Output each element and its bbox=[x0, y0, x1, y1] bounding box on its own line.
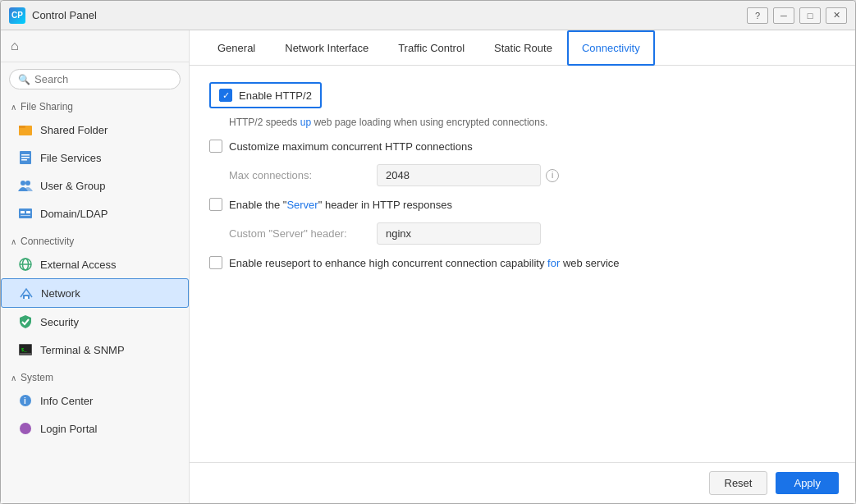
footer: Reset Apply bbox=[190, 462, 855, 503]
svg-rect-16 bbox=[25, 296, 28, 299]
shared-folder-label: Shared Folder bbox=[40, 124, 108, 136]
max-connections-setting-row: Customize maximum concurrent HTTP connec… bbox=[209, 140, 835, 153]
network-icon bbox=[18, 285, 34, 301]
chevron-icon: ∧ bbox=[11, 103, 16, 112]
file-services-label: File Services bbox=[40, 152, 101, 164]
server-header-label: Enable the "Server" header in HTTP respo… bbox=[229, 199, 452, 211]
sidebar-item-network[interactable]: Network bbox=[1, 278, 189, 308]
section-title-system: System bbox=[21, 372, 53, 383]
user-group-label: User & Group bbox=[40, 180, 105, 192]
minimize-button[interactable]: ─ bbox=[773, 7, 794, 24]
tab-traffic-control[interactable]: Traffic Control bbox=[383, 30, 479, 66]
search-icon: 🔍 bbox=[18, 74, 30, 85]
user-group-icon bbox=[17, 177, 34, 194]
tab-static-route[interactable]: Static Route bbox=[479, 30, 567, 66]
svg-rect-3 bbox=[21, 154, 30, 156]
section-label-connectivity[interactable]: ∧ Connectivity bbox=[1, 231, 189, 250]
reuseport-checkbox[interactable] bbox=[209, 256, 222, 269]
svg-text:$_: $_ bbox=[21, 347, 27, 352]
http2-checkbox[interactable] bbox=[219, 89, 232, 102]
max-connections-input[interactable] bbox=[377, 164, 541, 186]
svg-rect-9 bbox=[21, 211, 25, 213]
content-area: General Network Interface Traffic Contro… bbox=[190, 30, 855, 503]
shared-folder-icon bbox=[17, 121, 34, 138]
server-header-form-row: Custom "Server" header: bbox=[229, 222, 835, 245]
sidebar-item-security[interactable]: Security bbox=[1, 308, 189, 336]
help-button[interactable]: ? bbox=[747, 7, 768, 24]
http2-label: Enable HTTP/2 bbox=[239, 89, 312, 102]
settings-content: Enable HTTP/2 HTTP/2 speeds up web page … bbox=[190, 66, 855, 462]
svg-rect-5 bbox=[21, 159, 27, 161]
login-portal-icon bbox=[17, 420, 34, 437]
section-title-file-sharing: File Sharing bbox=[21, 101, 73, 112]
max-connections-checkbox[interactable] bbox=[209, 140, 222, 153]
http2-desc-highlight: up bbox=[300, 117, 311, 128]
external-access-icon bbox=[17, 256, 34, 273]
server-header-checkbox[interactable] bbox=[209, 198, 222, 211]
window-title: Control Panel bbox=[32, 9, 747, 21]
info-center-label: Info Center bbox=[40, 395, 93, 407]
http2-description: HTTP/2 speeds up web page loading when u… bbox=[229, 117, 835, 128]
section-label-system[interactable]: ∧ System bbox=[1, 367, 189, 387]
sidebar-item-user-group[interactable]: User & Group bbox=[1, 172, 189, 199]
maximize-button[interactable]: □ bbox=[799, 7, 821, 24]
svg-point-6 bbox=[21, 181, 25, 186]
tab-network-interface[interactable]: Network Interface bbox=[270, 30, 383, 66]
tab-general[interactable]: General bbox=[203, 30, 270, 66]
search-input[interactable] bbox=[34, 73, 172, 85]
file-services-icon bbox=[17, 149, 34, 166]
tab-connectivity[interactable]: Connectivity bbox=[567, 30, 655, 66]
main-layout: ⌂ 🔍 ∧ File Sharing Shared Folder bbox=[1, 30, 855, 503]
svg-rect-4 bbox=[21, 157, 30, 158]
app-icon: CP bbox=[9, 7, 25, 24]
http2-checkbox-row[interactable]: Enable HTTP/2 bbox=[209, 82, 322, 108]
home-button[interactable]: ⌂ bbox=[1, 30, 189, 62]
http2-setting-row: Enable HTTP/2 bbox=[209, 82, 835, 108]
sidebar: ⌂ 🔍 ∧ File Sharing Shared Folder bbox=[1, 30, 190, 503]
window-controls: ? ─ □ ✕ bbox=[747, 7, 847, 24]
svg-rect-1 bbox=[19, 126, 25, 128]
sidebar-item-info-center[interactable]: i Info Center bbox=[1, 387, 189, 415]
reuseport-label: Enable reuseport to enhance high concurr… bbox=[229, 257, 620, 269]
server-header-field-label: Custom "Server" header: bbox=[229, 227, 377, 240]
server-header-setting-row: Enable the "Server" header in HTTP respo… bbox=[209, 198, 835, 211]
sidebar-item-file-services[interactable]: File Services bbox=[1, 144, 189, 172]
section-label-file-sharing[interactable]: ∧ File Sharing bbox=[1, 96, 189, 116]
tab-bar: General Network Interface Traffic Contro… bbox=[190, 30, 855, 66]
domain-ldap-icon bbox=[17, 205, 34, 222]
sidebar-item-external-access[interactable]: External Access bbox=[1, 250, 189, 278]
search-box[interactable]: 🔍 bbox=[9, 69, 181, 89]
domain-ldap-label: Domain/LDAP bbox=[40, 208, 108, 220]
file-sharing-section: ∧ File Sharing Shared Folder File Servic… bbox=[1, 96, 189, 227]
info-icon[interactable]: i bbox=[546, 169, 559, 182]
terminal-snmp-icon: $_ bbox=[17, 341, 34, 358]
sidebar-item-terminal-snmp[interactable]: $_ Terminal & SNMP bbox=[1, 336, 189, 364]
close-button[interactable]: ✕ bbox=[826, 7, 847, 24]
reuseport-setting-row: Enable reuseport to enhance high concurr… bbox=[209, 256, 835, 269]
titlebar: CP Control Panel ? ─ □ ✕ bbox=[1, 1, 855, 30]
sidebar-item-domain-ldap[interactable]: Domain/LDAP bbox=[1, 199, 189, 227]
apply-button[interactable]: Apply bbox=[776, 472, 839, 494]
sidebar-item-login-portal[interactable]: Login Portal bbox=[1, 415, 189, 442]
system-section: ∧ System i Info Center Login Portal bbox=[1, 367, 189, 442]
max-connections-field-label: Max connections: bbox=[229, 169, 377, 181]
home-icon: ⌂ bbox=[11, 39, 19, 53]
svg-rect-10 bbox=[26, 211, 30, 213]
chevron-icon: ∧ bbox=[11, 237, 16, 246]
chevron-icon: ∧ bbox=[11, 373, 16, 383]
server-header-input[interactable] bbox=[377, 222, 541, 245]
svg-rect-11 bbox=[21, 215, 30, 216]
sidebar-item-shared-folder[interactable]: Shared Folder bbox=[1, 116, 189, 144]
max-connections-form-row: Max connections: i bbox=[229, 164, 835, 186]
max-connections-label: Customize maximum concurrent HTTP connec… bbox=[229, 140, 473, 153]
security-icon bbox=[17, 314, 34, 330]
svg-point-7 bbox=[25, 181, 30, 186]
control-panel-window: CP Control Panel ? ─ □ ✕ ⌂ 🔍 ∧ bbox=[0, 0, 856, 504]
svg-text:i: i bbox=[24, 396, 26, 405]
svg-point-22 bbox=[20, 423, 31, 434]
info-center-icon: i bbox=[17, 392, 34, 409]
reset-button[interactable]: Reset bbox=[709, 471, 768, 495]
svg-rect-8 bbox=[19, 208, 32, 218]
terminal-snmp-label: Terminal & SNMP bbox=[40, 344, 125, 356]
section-title-connectivity: Connectivity bbox=[21, 236, 74, 247]
